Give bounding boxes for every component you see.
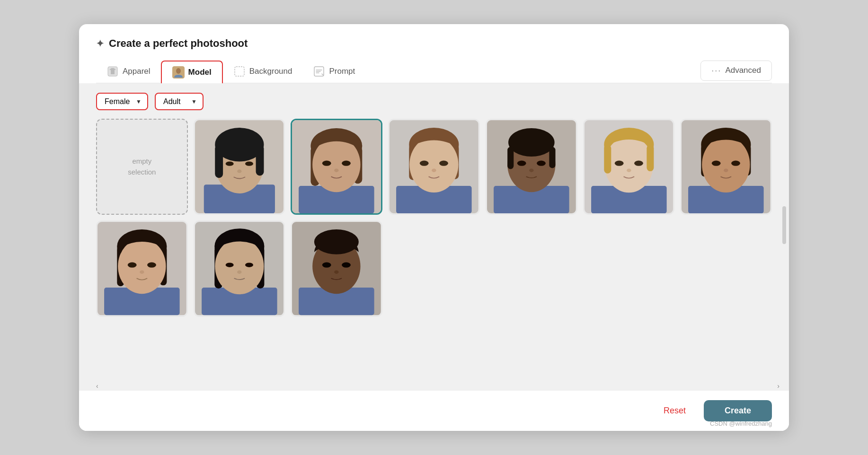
svg-point-32 [420,161,429,166]
svg-point-92 [342,262,351,268]
model-card-7[interactable] [96,220,188,316]
svg-point-22 [322,161,331,166]
svg-point-14 [237,169,241,173]
svg-point-74 [140,271,144,274]
svg-point-12 [225,161,233,166]
svg-point-13 [245,161,253,166]
svg-point-44 [529,168,533,172]
svg-point-21 [313,137,361,192]
svg-rect-10 [215,145,223,178]
vertical-scrollbar[interactable] [782,206,786,244]
svg-point-91 [322,262,331,268]
svg-point-83 [245,263,253,267]
tab-prompt[interactable]: Prompt [302,61,365,82]
reset-button[interactable]: Reset [654,401,695,420]
tab-background[interactable]: Background [223,61,303,82]
footer: Reset Create [79,391,789,431]
tab-model[interactable]: Model [161,61,223,83]
age-select[interactable]: Adult Young Senior [156,94,203,109]
svg-point-84 [237,271,241,274]
dots-icon: ··· [711,66,721,76]
model-icon [172,66,185,79]
age-select-wrapper[interactable]: Adult Young Senior ▼ [155,93,204,110]
svg-rect-3 [235,67,244,76]
gender-select[interactable]: Female Male [97,94,147,109]
svg-point-64 [724,168,728,172]
content-area: Female Male ▼ Adult Young Senior ▼ empty… [79,83,789,391]
svg-point-53 [634,161,643,166]
svg-point-54 [627,168,631,172]
svg-point-42 [517,161,526,166]
watermark: CSDN @winfredzhang [710,420,772,427]
svg-rect-40 [507,147,514,169]
header: ✦ Create a perfect photoshoot Apparel [79,24,789,83]
model-card-4[interactable] [486,119,577,215]
svg-rect-41 [549,147,555,168]
model-card-2[interactable] [291,119,382,215]
svg-point-63 [731,161,740,166]
svg-point-72 [128,262,137,268]
svg-rect-51 [647,145,654,171]
star-icon: ✦ [96,38,104,49]
background-icon [233,65,246,78]
tab-prompt-label: Prompt [329,67,355,76]
model-card-6[interactable] [680,119,772,215]
svg-point-52 [614,161,623,166]
page-title: ✦ Create a perfect photoshoot [96,37,772,50]
create-button[interactable]: Create [704,400,772,421]
model-card-9[interactable] [291,220,382,316]
apparel-icon [106,65,119,78]
svg-point-33 [439,161,448,166]
svg-point-62 [712,161,721,166]
tab-apparel[interactable]: Apparel [96,61,161,82]
empty-slot-line2: selection [128,167,156,178]
tab-apparel-label: Apparel [123,67,151,76]
svg-point-31 [409,137,458,192]
empty-selection-slot[interactable]: empty selection [96,119,188,215]
model-card-1[interactable] [194,119,285,215]
model-card-8[interactable] [194,220,285,316]
app-container: ✦ Create a perfect photoshoot Apparel [79,24,789,431]
svg-point-81 [215,238,264,294]
svg-point-93 [335,271,339,274]
svg-point-34 [432,168,436,172]
svg-rect-90 [330,230,343,243]
page-title-text: Create a perfect photoshoot [109,37,248,50]
tab-advanced-label: Advanced [725,66,761,75]
svg-point-24 [335,168,339,172]
svg-point-2 [176,68,181,74]
svg-point-49 [604,137,653,192]
svg-point-43 [537,161,546,166]
models-grid: empty selection [96,119,772,317]
model-card-5[interactable] [583,119,675,215]
svg-point-61 [702,137,750,192]
tabs-row: Apparel Model [96,60,772,83]
tab-advanced[interactable]: ··· Advanced [700,61,772,81]
horizontal-scrollbar-row: ‹ › [96,384,779,388]
svg-point-73 [147,262,156,268]
scroll-right-icon[interactable]: › [777,382,779,390]
svg-point-23 [342,161,351,166]
model-card-3[interactable] [388,119,480,215]
prompt-icon [313,65,325,78]
tab-background-label: Background [249,67,292,76]
empty-slot-line1: empty [132,156,151,167]
tab-model-label: Model [188,68,212,77]
svg-point-82 [225,263,233,267]
svg-rect-11 [256,145,264,176]
svg-rect-50 [604,145,611,174]
filters-row: Female Male ▼ Adult Young Senior ▼ [96,93,772,110]
svg-point-71 [118,239,166,294]
scroll-left-icon[interactable]: ‹ [96,382,98,390]
gender-select-wrapper[interactable]: Female Male ▼ [96,93,148,110]
